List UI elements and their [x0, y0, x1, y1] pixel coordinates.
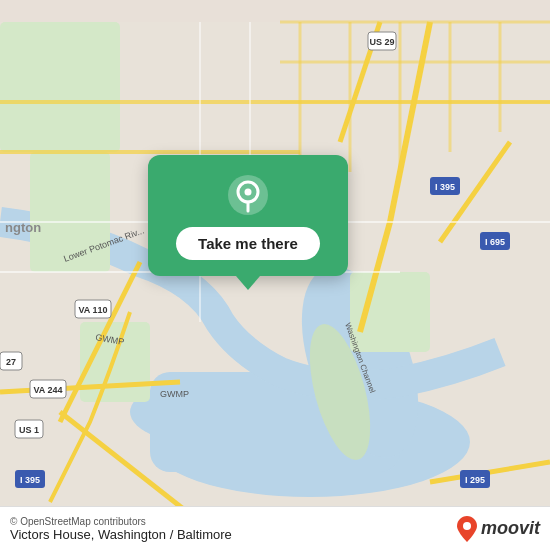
svg-text:US 29: US 29 [369, 37, 394, 47]
location-popup: Take me there [148, 155, 348, 276]
take-me-there-button[interactable]: Take me there [176, 227, 320, 260]
location-pin-icon [226, 173, 270, 217]
svg-text:ngton: ngton [5, 220, 41, 235]
svg-text:GWMP: GWMP [160, 389, 189, 399]
bottom-bar-info: © OpenStreetMap contributors Victors Hou… [10, 516, 232, 542]
svg-text:US 1: US 1 [19, 425, 39, 435]
svg-text:I 395: I 395 [20, 475, 40, 485]
bottom-bar: © OpenStreetMap contributors Victors Hou… [0, 506, 550, 550]
moovit-brand-label: moovit [481, 518, 540, 539]
map-container: US 1 I 395 I 695 I 295 I 395 US 29 VA 11… [0, 0, 550, 550]
svg-text:I 295: I 295 [465, 475, 485, 485]
svg-text:27: 27 [6, 357, 16, 367]
location-title: Victors House, Washington / Baltimore [10, 527, 232, 542]
svg-rect-7 [350, 272, 430, 352]
svg-text:I 395: I 395 [435, 182, 455, 192]
moovit-pin-icon [457, 516, 477, 542]
map-attribution: © OpenStreetMap contributors [10, 516, 232, 527]
svg-text:VA 110: VA 110 [78, 305, 107, 315]
svg-point-57 [245, 189, 252, 196]
svg-rect-5 [0, 22, 120, 152]
moovit-logo: moovit [457, 516, 540, 542]
svg-text:I 695: I 695 [485, 237, 505, 247]
svg-point-58 [463, 522, 471, 530]
svg-text:VA 244: VA 244 [33, 385, 62, 395]
